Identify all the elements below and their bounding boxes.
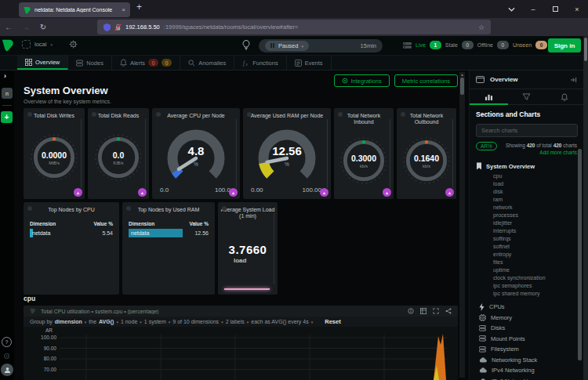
address-bar[interactable]: 192.168.5.50 :19999/spaces/netdata/rooms… <box>97 20 491 34</box>
user-avatar[interactable] <box>1 364 13 376</box>
sidebar-scrollbar-thumb[interactable] <box>578 149 582 360</box>
anomaly-rate-icon[interactable]: ▲ <box>320 188 328 197</box>
tab-anomalies[interactable]: Anomalies <box>180 56 234 70</box>
fullscreen-icon[interactable] <box>433 308 439 314</box>
data-table-icon[interactable] <box>420 308 426 314</box>
tab-close-icon[interactable]: × <box>122 6 125 13</box>
bookmark-star-icon[interactable]: ☆ <box>478 24 485 31</box>
help-button[interactable]: ? <box>2 337 12 347</box>
sidebar-item-files[interactable]: files <box>470 259 583 266</box>
space-button[interactable]: n <box>2 88 13 99</box>
anomaly-rate-icon[interactable]: ▲ <box>74 188 82 197</box>
back-button[interactable]: ← <box>0 23 17 31</box>
tab-overview[interactable]: Overview <box>17 56 68 70</box>
main-scrollbar[interactable]: ▲ <box>459 72 465 378</box>
tab-functions[interactable]: fx Functions <box>234 56 287 70</box>
chart-average-cpu[interactable]: Average CPU per Node 4.8 % 0.0 100.0 <box>152 108 240 199</box>
list-tabs-button[interactable] <box>500 0 522 18</box>
reload-button[interactable]: ↻ <box>34 23 52 31</box>
labels-dropdown[interactable]: 2 labels <box>226 319 245 324</box>
anomaly-rate-icon[interactable]: ▲ <box>383 188 391 197</box>
scroll-up-icon[interactable]: ▲ <box>459 72 465 77</box>
search-charts-input[interactable] <box>476 124 578 137</box>
chart-network-inbound[interactable]: Total Network Inbound 0.3000 kb/s ▲ <box>334 108 394 199</box>
card-handle[interactable] <box>452 119 453 188</box>
forward-button[interactable]: → <box>17 23 34 31</box>
gear-icon[interactable] <box>69 40 78 49</box>
anomaly-rate-icon[interactable]: ▲ <box>138 188 147 197</box>
scrollbar-thumb[interactable] <box>584 38 587 61</box>
sidebar-section-disks[interactable]: Disks <box>470 323 583 334</box>
tab-alerts-bell[interactable] <box>546 89 583 104</box>
sidebar-item-ram[interactable]: ram <box>470 196 583 204</box>
sidebar-item-uptime[interactable]: uptime <box>470 266 583 274</box>
tracking-protection-shield-icon[interactable] <box>103 24 111 31</box>
expand-sidebar-icon[interactable]: › <box>4 72 6 80</box>
stale-count-badge[interactable]: 0 <box>462 41 474 49</box>
ar-percent-badge[interactable]: AR% <box>476 142 497 150</box>
new-tab-button[interactable]: + <box>136 2 142 13</box>
sidebar-item-clock-sync[interactable]: clock synchronization <box>470 274 583 282</box>
tab-nodes[interactable]: Nodes <box>68 56 112 70</box>
reset-button[interactable]: Reset <box>325 318 340 325</box>
sidebar-item-processes[interactable]: processes <box>470 212 583 219</box>
card-handle[interactable] <box>274 213 274 284</box>
add-space-button[interactable]: + <box>1 111 13 123</box>
news-bulb-icon[interactable] <box>242 40 250 50</box>
sidebar-group-system-overview[interactable]: System Overview <box>470 156 583 172</box>
insecure-lock-icon[interactable] <box>114 24 122 31</box>
page-scrollbar[interactable] <box>583 36 588 380</box>
group-by-dropdown[interactable]: dimension <box>55 319 82 324</box>
settings-gear-icon[interactable] <box>2 352 11 360</box>
window-close-button[interactable]: × <box>566 5 588 13</box>
card-handle[interactable] <box>390 119 390 188</box>
chart-total-disk-writes[interactable]: Total Disk Writes 0.0000 MiB/s ▲ <box>24 108 85 199</box>
chart-total-disk-reads[interactable]: Total Disk Reads 0.0 KiB/s ▲ <box>88 108 149 199</box>
sidebar-section-memory[interactable]: Memory <box>470 313 583 324</box>
chart-average-ram[interactable]: Average Used RAM per Node 12.56 % 0.00 1… <box>243 108 331 199</box>
metric-correlations-button[interactable]: Metric correlations <box>394 74 458 87</box>
instances-dropdown[interactable]: 1 system <box>144 319 166 324</box>
tab-charts[interactable] <box>470 89 507 104</box>
sidebar-item-load[interactable]: load <box>470 180 583 188</box>
add-more-charts-link[interactable]: Add more charts <box>539 150 577 155</box>
sidebar-section-filesystem[interactable]: Filesystem <box>470 344 583 355</box>
paused-button[interactable]: Paused ▾ <box>265 41 309 51</box>
collapse-sidebar-icon[interactable] <box>570 77 577 83</box>
sidebar-section-ipv4[interactable]: IPv4 Networking <box>470 365 583 376</box>
sign-in-button[interactable]: Sign in <box>548 38 581 52</box>
sidebar-section-ipv6[interactable]: IPv6 Networking <box>470 376 583 380</box>
chart-top-nodes-ram[interactable]: Top Nodes by Used RAM Dimension Value % … <box>122 202 215 295</box>
aggregation-dropdown[interactable]: AVG() <box>99 319 114 324</box>
sidebar-item-entropy[interactable]: entropy <box>470 251 583 259</box>
sidebar-section-mount-points[interactable]: Mount Points <box>470 334 583 345</box>
sidebar-item-idlejitter[interactable]: idlejitter <box>470 219 583 227</box>
chart-top-nodes-cpu[interactable]: Top Nodes by CPU Dimension Value % netda… <box>24 202 119 295</box>
sidebar-section-cpus[interactable]: CPUs <box>470 302 583 313</box>
maximize-button[interactable] <box>544 5 566 13</box>
cpu-chart-plot[interactable]: AR <box>24 327 458 380</box>
tab-events[interactable]: Events <box>287 56 332 70</box>
netdata-logo[interactable] <box>2 38 15 52</box>
room-selector[interactable]: local ▾ <box>22 40 53 49</box>
time-picker-bar[interactable]: Paused ▾ 15min <box>259 39 383 52</box>
chart-average-system-load[interactable]: Average System Load (1 min) 3.7660 load <box>218 202 278 295</box>
sidebar-item-interrupts[interactable]: interrupts <box>470 227 583 235</box>
nodes-dropdown[interactable]: 1 node <box>121 319 137 324</box>
anomaly-rate-icon[interactable]: ▲ <box>445 188 454 197</box>
sidebar-item-ipc-shared-memory[interactable]: ipc shared memory <box>470 290 583 298</box>
table-row-netdata[interactable]: netdata 5.54 <box>24 229 119 237</box>
card-handle[interactable] <box>236 119 237 188</box>
integrations-button[interactable]: Integrations <box>334 74 390 87</box>
sidebar-section-networking-stack[interactable]: Networking Stack <box>470 355 583 366</box>
cpu-chart-card[interactable]: Total CPU utilization • system.cpu • (pe… <box>24 306 458 380</box>
tab-alerts[interactable]: Alerts 0 0 <box>112 56 180 70</box>
each-as-dropdown[interactable]: each as AVG() every 4s <box>251 319 308 324</box>
sidebar-item-cpu[interactable]: cpu <box>470 172 583 180</box>
tab-filters[interactable] <box>507 89 545 104</box>
sidebar-item-network[interactable]: network <box>470 204 583 212</box>
sidebar-item-disk[interactable]: disk <box>470 188 583 196</box>
sidebar-item-ipc-semaphores[interactable]: ipc semaphores <box>470 282 583 290</box>
chart-network-outbound[interactable]: Total Network Outbound 0.1640 kb/s ▲ <box>397 108 456 199</box>
minimize-button[interactable]: – <box>522 5 544 13</box>
